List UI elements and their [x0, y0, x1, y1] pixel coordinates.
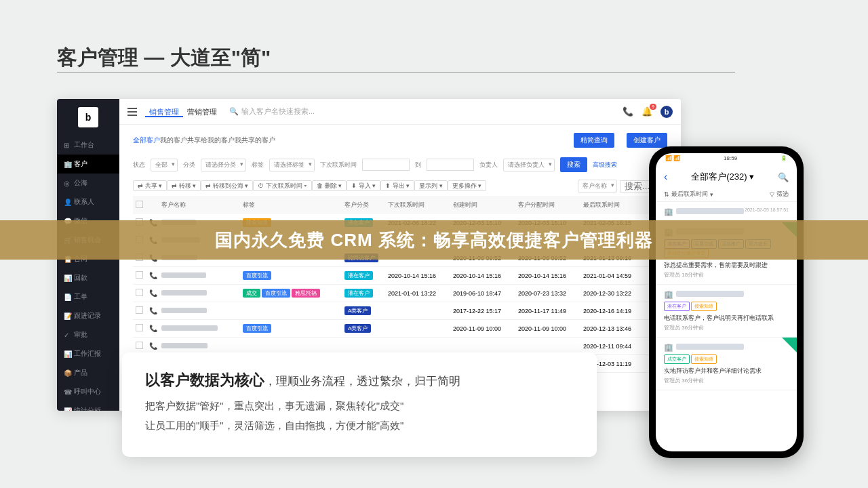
- customer-name-blur: [161, 308, 207, 313]
- simple-query-button[interactable]: 精简查询: [574, 133, 614, 148]
- caption-box: 以客户数据为核心，理顺业务流程，透过繁杂，归于简明 把客户数据"管好"，重点突出…: [122, 352, 597, 457]
- list-item[interactable]: 🏢潜在客户搜索知道电话联系客户，客户说明天再打电话联系管理员 36分钟前: [656, 285, 797, 338]
- phone-screen: 📶 📶18:59🔋 ‹ 全部客户(232) ▾ 🔍 ⇅ 最后联系时间 ▾ ▽ 筛…: [656, 153, 797, 451]
- col-last-contact[interactable]: 最后联系时间: [580, 199, 646, 211]
- row-checkbox[interactable]: [136, 306, 143, 314]
- phone-icon[interactable]: 📞: [623, 106, 633, 117]
- date-from-input[interactable]: [362, 159, 410, 171]
- toolbar-button[interactable]: ⏱ 下次联系时间 ▾: [253, 180, 312, 191]
- toolbar-button[interactable]: 🗑 删除 ▾: [312, 180, 347, 191]
- nav-tab-销售管理[interactable]: 销售管理: [145, 108, 183, 117]
- select-all-checkbox[interactable]: [136, 201, 143, 208]
- sidebar-item-审批[interactable]: ✓审批: [57, 325, 119, 344]
- phone-icon[interactable]: 📞: [149, 289, 157, 297]
- row-checkbox[interactable]: [136, 324, 143, 331]
- toolbar-button[interactable]: ⇄ 共享 ▾: [133, 180, 167, 191]
- overlay-banner: 国内永久免费 CRM 系统：畅享高效便捷客户管理利器: [0, 220, 868, 260]
- col-assigned[interactable]: 客户分配时间: [515, 199, 580, 211]
- col-name[interactable]: 客户名称: [159, 199, 240, 211]
- sidebar-label: 工作台: [74, 140, 94, 150]
- title-prefix: 客户管理 — 大道至: [57, 46, 231, 68]
- sub-tab[interactable]: 我共享的客户: [235, 136, 275, 144]
- row-date: 2020-10-14 15:16: [515, 271, 580, 281]
- card-meta: 管理员 36分钟前: [664, 324, 789, 331]
- sidebar-item-客户[interactable]: 🏢客户: [57, 155, 119, 174]
- search-input[interactable]: 🔍 输入客户名快速搜索...: [229, 106, 614, 117]
- back-icon[interactable]: ‹: [664, 171, 667, 183]
- row-date: 2020-07-23 13:32: [515, 289, 580, 298]
- search-button[interactable]: 搜索: [560, 157, 587, 172]
- brand-logo-icon[interactable]: b: [660, 106, 673, 118]
- filter-button[interactable]: ▽ 筛选: [770, 190, 789, 199]
- name-search-select[interactable]: 客户名称: [578, 180, 617, 192]
- row-checkbox[interactable]: [136, 289, 143, 296]
- nav-tab-营销管理[interactable]: 营销管理: [183, 108, 221, 116]
- sidebar-item-统计分析[interactable]: 📈统计分析: [57, 401, 119, 411]
- next-contact-label: 下次联系时间: [320, 161, 357, 169]
- col-tag[interactable]: 标签: [240, 199, 342, 211]
- sidebar-item-工作汇报[interactable]: 📊工作汇报: [57, 344, 119, 363]
- advanced-search-link[interactable]: 高级搜索: [593, 161, 617, 169]
- sidebar-item-呼叫中心[interactable]: ☎呼叫中心: [57, 382, 119, 401]
- sidebar-item-联系人[interactable]: 👤联系人: [57, 192, 119, 211]
- list-item[interactable]: 2021-02-05 18:57:51🏢: [656, 202, 797, 222]
- tag-select[interactable]: 请选择标签: [269, 159, 315, 171]
- sub-tab[interactable]: 我的客户: [160, 136, 187, 144]
- list-item[interactable]: 🏢成交客户搜索知道实地拜访客户并和客户详细讨论需求管理员 36分钟前: [656, 338, 797, 390]
- row-date: 2020-10-14 15:16: [385, 271, 450, 281]
- row-tags: [240, 345, 342, 348]
- phone-icon[interactable]: 📞: [149, 342, 157, 350]
- sidebar-item-公海[interactable]: ◎公海: [57, 174, 119, 192]
- sidebar-item-工作台[interactable]: ⊞工作台: [57, 136, 119, 155]
- row-date: [450, 345, 515, 348]
- table-row[interactable]: 📞A类客户2017-12-22 15:172020-11-17 11:49202…: [133, 302, 667, 320]
- sidebar-icon: 📈: [64, 407, 71, 411]
- sidebar-item-工单[interactable]: 📄工单: [57, 287, 119, 306]
- sidebar-item-产品[interactable]: 📦产品: [57, 363, 119, 382]
- sub-tab[interactable]: 共享给我的客户: [187, 136, 235, 144]
- owner-select[interactable]: 请选择负责人: [503, 159, 555, 171]
- row-checkbox[interactable]: [136, 271, 143, 279]
- sidebar-icon: 🏢: [64, 161, 71, 167]
- toolbar-button[interactable]: ⇄ 转移到公海 ▾: [201, 180, 253, 191]
- row-checkbox[interactable]: [136, 342, 143, 349]
- customer-name-blur: [161, 272, 206, 278]
- to-label: 到: [415, 161, 421, 169]
- phone-icon[interactable]: 📞: [149, 307, 157, 314]
- toolbar-button[interactable]: 更多操作 ▾: [448, 180, 487, 191]
- sidebar-label: 产品: [74, 368, 87, 378]
- table-row[interactable]: 📞百度引流A类客户2020-11-09 10:002020-11-09 10:0…: [133, 320, 667, 338]
- col-category[interactable]: 客户分类: [342, 199, 385, 211]
- col-next-contact[interactable]: 下次联系时间: [385, 199, 450, 211]
- bell-icon[interactable]: 🔔9: [642, 106, 652, 117]
- phone-icon[interactable]: 📞: [149, 272, 157, 279]
- status-time: 18:59: [724, 155, 737, 165]
- create-customer-button[interactable]: 创建客户: [627, 133, 667, 148]
- sidebar-icon: 📝: [64, 312, 71, 319]
- toolbar-button[interactable]: ⬇ 导入 ▾: [347, 180, 380, 191]
- building-icon: 🏢: [664, 207, 673, 216]
- table-row[interactable]: 📞百度引流潜在客户2020-10-14 15:162020-10-14 15:1…: [133, 267, 667, 285]
- phone-status-bar: 📶 📶18:59🔋: [656, 153, 797, 167]
- toolbar-button[interactable]: ⇄ 转移 ▾: [167, 180, 201, 191]
- sidebar-item-回款[interactable]: 📊回款: [57, 268, 119, 287]
- menu-icon[interactable]: [127, 108, 137, 116]
- search-icon[interactable]: 🔍: [778, 172, 789, 182]
- phone-icon[interactable]: 📞: [149, 325, 157, 332]
- phone-header: ‹ 全部客户(232) ▾ 🔍: [656, 167, 797, 187]
- crm-logo[interactable]: b: [78, 107, 98, 127]
- corner-badge: [782, 338, 797, 352]
- sort-dropdown[interactable]: ⇅ 最后联系时间 ▾: [664, 190, 713, 199]
- table-row[interactable]: 📞成交百度引流雅思托福潜在客户2021-01-01 13:222019-06-1…: [133, 285, 667, 302]
- category-select[interactable]: 请选择分类: [201, 159, 246, 171]
- toolbar-button[interactable]: ⬆ 导出 ▾: [380, 180, 414, 191]
- row-tags: 成交百度引流雅思托福: [240, 287, 342, 299]
- sub-tab[interactable]: 全部客户: [133, 136, 160, 144]
- caption-line-3: 让员工用的"顺手"，灵活筛选，自由拖拽，方便才能"高效": [145, 420, 574, 432]
- toolbar: ⇄ 共享 ▾⇄ 转移 ▾⇄ 转移到公海 ▾⏱ 下次联系时间 ▾🗑 删除 ▾⬇ 导…: [119, 176, 681, 196]
- sidebar-item-跟进记录[interactable]: 📝跟进记录: [57, 306, 119, 325]
- toolbar-button[interactable]: 显示列 ▾: [414, 180, 448, 191]
- col-created[interactable]: 创建时间: [450, 199, 515, 211]
- date-to-input[interactable]: [427, 159, 474, 171]
- status-select[interactable]: 全部: [151, 159, 178, 171]
